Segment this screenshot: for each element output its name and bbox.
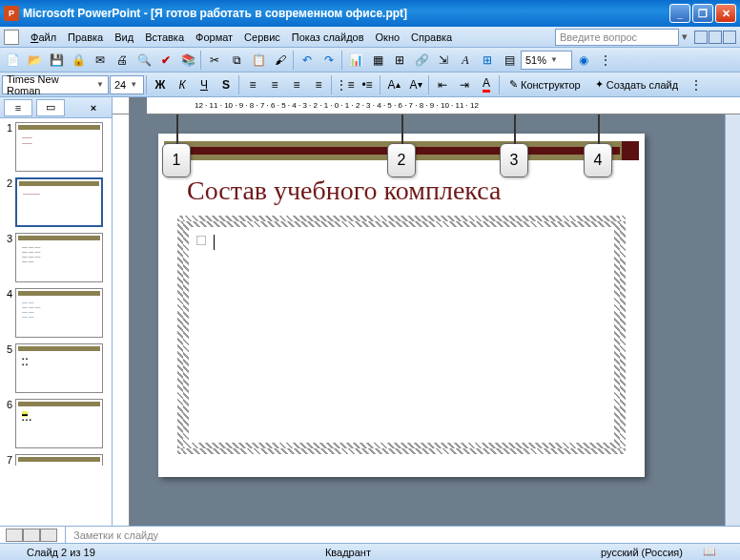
- vertical-ruler[interactable]: [113, 114, 130, 526]
- menu-slideshow[interactable]: Показ слайдов: [286, 30, 370, 45]
- email-button[interactable]: ✉: [90, 50, 111, 71]
- slide-canvas[interactable]: Состав учебного комплекса 1 2 3 4: [130, 114, 725, 526]
- align-right-button[interactable]: ≡: [286, 74, 307, 95]
- close-button[interactable]: ✕: [715, 4, 736, 23]
- insert-chart-button[interactable]: 📊: [345, 50, 366, 71]
- font-color-button[interactable]: A: [476, 74, 497, 95]
- fontsize-value: 24: [114, 79, 126, 91]
- menu-window[interactable]: Окно: [370, 30, 406, 45]
- font-combo[interactable]: Times New Roman▼: [2, 75, 109, 94]
- doc-minimize-button[interactable]: [694, 31, 708, 44]
- menu-edit[interactable]: Правка: [62, 30, 109, 45]
- slide-panel: ≡ ▭ × 1────── 2───── 3── ── ──── ── ────…: [0, 97, 113, 526]
- bold-button[interactable]: Ж: [150, 74, 171, 95]
- menu-view[interactable]: Вид: [109, 30, 139, 45]
- menu-insert[interactable]: Вставка: [139, 30, 190, 45]
- slide-title[interactable]: Состав учебного комплекса: [187, 176, 501, 206]
- fontsize-combo[interactable]: 24▼: [110, 75, 144, 94]
- text-cursor: [214, 235, 215, 250]
- toolbar-options-button[interactable]: ⋮: [686, 74, 707, 95]
- decrease-font-button[interactable]: A▾: [405, 74, 426, 95]
- designer-button[interactable]: ✎Конструктор: [503, 74, 587, 95]
- color-button[interactable]: ▤: [499, 50, 520, 71]
- notes-bar: Заметки к слайду: [0, 526, 740, 543]
- ruler-corner: [113, 97, 130, 114]
- close-panel-button[interactable]: ×: [79, 99, 108, 116]
- help-search-input[interactable]: Введите вопрос: [555, 29, 679, 46]
- numbering-button[interactable]: ⋮≡: [335, 74, 356, 95]
- thumb-1[interactable]: 1──────: [2, 122, 110, 172]
- expand-all-button[interactable]: ⇲: [433, 50, 454, 71]
- open-button[interactable]: 📂: [24, 50, 45, 71]
- thumbnails[interactable]: 1────── 2───── 3── ── ──── ── ──── ── ──…: [0, 118, 112, 526]
- spellcheck-button[interactable]: ✔: [155, 50, 176, 71]
- help-search-dropdown[interactable]: ▾: [679, 31, 690, 43]
- thumb-5[interactable]: 5▪ ▪▪ ▪: [2, 343, 110, 393]
- thumb-6[interactable]: 6▬▪ ▪ ▪: [2, 399, 110, 448]
- outline-tab[interactable]: ≡: [4, 99, 32, 116]
- callout-4: 4: [584, 143, 612, 177]
- status-spellcheck-icon[interactable]: 📖: [702, 546, 717, 558]
- permission-button[interactable]: 🔒: [68, 50, 89, 71]
- paste-button[interactable]: 📋: [248, 50, 269, 71]
- increase-font-button[interactable]: A▴: [383, 74, 404, 95]
- separator: [293, 51, 295, 70]
- align-center-button[interactable]: ≡: [264, 74, 285, 95]
- help-button[interactable]: ◉: [573, 50, 594, 71]
- print-button[interactable]: 🖨: [112, 50, 133, 71]
- italic-button[interactable]: К: [172, 74, 193, 95]
- decrease-indent-button[interactable]: ⇤: [432, 74, 453, 95]
- research-button[interactable]: 📚: [177, 50, 198, 71]
- underline-button[interactable]: Ч: [194, 74, 215, 95]
- bullets-button[interactable]: •≡: [357, 74, 378, 95]
- toolbar-options-button[interactable]: ⋮: [595, 50, 616, 71]
- notes-input[interactable]: Заметки к слайду: [65, 527, 734, 543]
- show-formatting-button[interactable]: A: [455, 50, 476, 71]
- slide-body-placeholder[interactable]: [177, 216, 626, 454]
- redo-button[interactable]: ↷: [319, 50, 339, 71]
- undo-button[interactable]: ↶: [297, 50, 318, 71]
- menu-tools[interactable]: Сервис: [238, 30, 286, 45]
- thumb-2[interactable]: 2─────: [2, 177, 110, 227]
- save-button[interactable]: 💾: [46, 50, 67, 71]
- document-icon[interactable]: [4, 30, 19, 45]
- zoom-value: 51%: [525, 54, 546, 66]
- cut-button[interactable]: ✂: [204, 50, 225, 71]
- doc-close-button[interactable]: [723, 31, 736, 44]
- thumb-3[interactable]: 3── ── ──── ── ──── ── ──── ──: [2, 233, 110, 282]
- status-design: Квадрант: [306, 547, 390, 558]
- copy-button[interactable]: ⧉: [226, 50, 247, 71]
- new-button[interactable]: 📄: [2, 50, 23, 71]
- slides-tab[interactable]: ▭: [36, 99, 65, 116]
- thumb-7[interactable]: 7: [2, 454, 110, 466]
- horizontal-ruler[interactable]: 12 · 11 · 10 · 9 · 8 · 7 · 6 · 5 · 4 · 3…: [147, 97, 740, 114]
- increase-indent-button[interactable]: ⇥: [454, 74, 475, 95]
- insert-table-button[interactable]: ▦: [367, 50, 388, 71]
- thumb-4[interactable]: 4── ──── ── ──── ──── ──: [2, 288, 110, 338]
- format-painter-button[interactable]: 🖌: [270, 50, 291, 71]
- menu-file[interactable]: Файл: [25, 30, 62, 45]
- doc-restore-button[interactable]: [709, 31, 722, 44]
- current-slide[interactable]: Состав учебного комплекса: [158, 134, 645, 477]
- vertical-scrollbar[interactable]: [725, 114, 740, 526]
- shadow-button[interactable]: S: [216, 74, 236, 95]
- minimize-button[interactable]: _: [669, 4, 690, 23]
- menu-help[interactable]: Справка: [405, 30, 458, 45]
- sorter-view-button[interactable]: [23, 529, 40, 542]
- show-grid-button[interactable]: ⊞: [477, 50, 498, 71]
- align-left-button[interactable]: ≡: [242, 74, 263, 95]
- status-language[interactable]: русский (Россия): [582, 547, 702, 558]
- separator: [499, 75, 501, 94]
- slideshow-view-button[interactable]: [40, 529, 57, 542]
- maximize-button[interactable]: ❐: [692, 4, 713, 23]
- new-slide-button[interactable]: ✦Создать слайд: [588, 74, 685, 95]
- menu-format[interactable]: Формат: [190, 30, 238, 45]
- zoom-combo[interactable]: 51%▼: [521, 51, 572, 70]
- window-title: Microsoft PowerPoint - [Я готов работать…: [23, 7, 669, 20]
- normal-view-button[interactable]: [6, 529, 23, 542]
- distribute-button[interactable]: ≡: [308, 74, 329, 95]
- preview-button[interactable]: 🔍: [134, 50, 154, 71]
- separator: [341, 51, 343, 70]
- insert-hyperlink-button[interactable]: 🔗: [411, 50, 432, 71]
- tables-borders-button[interactable]: ⊞: [389, 50, 410, 71]
